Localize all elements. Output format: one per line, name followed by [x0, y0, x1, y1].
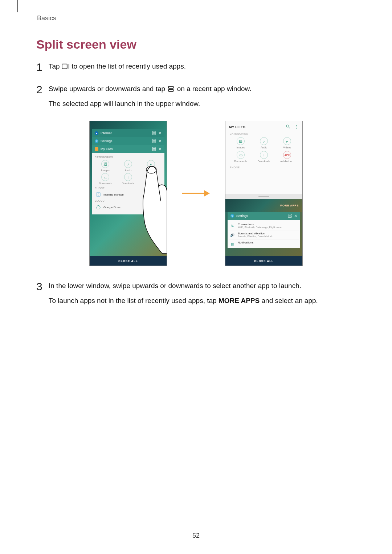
- recent-card-internet[interactable]: ● Internet ✕: [92, 129, 164, 137]
- page-number: 52: [0, 532, 392, 539]
- cat-downloads[interactable]: ↓ Downloads: [117, 173, 140, 185]
- images-icon: 🖼: [101, 160, 109, 168]
- sounds-icon: 🔊: [230, 232, 235, 237]
- step-3-line1: In the lower window, swipe upwards or do…: [49, 280, 356, 291]
- recent-title-settings: Settings: [101, 139, 150, 143]
- documents-icon: ▭: [237, 151, 245, 159]
- step-1: 1 Tap to open the list of recently used …: [36, 61, 356, 75]
- split-icon[interactable]: [288, 214, 292, 218]
- settings-connections[interactable]: ⇅ ConnectionsWi-Fi, Bluetooth, Data usag…: [229, 221, 299, 230]
- header-rule: [17, 0, 18, 12]
- svg-rect-10: [152, 149, 156, 151]
- step-3: 3 In the lower window, swipe upwards or …: [36, 280, 356, 310]
- svg-line-16: [289, 127, 290, 128]
- svg-rect-9: [152, 147, 156, 148]
- step-1-text-after: to open the list of recently used apps.: [72, 62, 186, 70]
- more-apps-button[interactable]: MORE APPS: [225, 199, 302, 212]
- step-3-line2-after: and select an app.: [260, 297, 318, 304]
- notifications-icon: ▦: [230, 241, 235, 246]
- cloud-label: CLOUD: [95, 200, 162, 202]
- close-icon[interactable]: ✕: [158, 147, 162, 152]
- cat-documents[interactable]: ▭Documents: [229, 151, 252, 163]
- phone-label: PHONE: [95, 187, 162, 189]
- svg-rect-5: [152, 131, 156, 132]
- recent-title-myfiles: My Files: [101, 147, 150, 151]
- recent-title-settings: Settings: [236, 214, 286, 218]
- recent-title-internet: Internet: [101, 131, 150, 135]
- svg-rect-17: [288, 214, 291, 215]
- step-2-number: 2: [36, 83, 46, 113]
- cat-installation[interactable]: APKInstallation ...: [275, 151, 299, 163]
- cat-images[interactable]: 🖼Images: [229, 137, 252, 149]
- audio-icon: ♪: [124, 160, 132, 168]
- downloads-icon: ↓: [124, 173, 132, 181]
- settings-body: ⇅ ConnectionsWi-Fi, Bluetooth, Data usag…: [228, 220, 300, 248]
- internal-storage-row[interactable]: ▯ Internal storage: [94, 191, 162, 198]
- close-all-button[interactable]: CLOSE ALL: [225, 256, 302, 266]
- svg-rect-8: [152, 141, 156, 143]
- step-1-text: Tap to open the list of recently used ap…: [49, 61, 356, 72]
- step-1-number: 1: [36, 61, 46, 75]
- folder-icon: [95, 147, 98, 151]
- drive-icon: [96, 205, 101, 209]
- close-all-button[interactable]: CLOSE ALL: [90, 256, 167, 266]
- svg-marker-14: [204, 190, 210, 197]
- recent-card-settings[interactable]: ⚙ Settings ✕: [92, 137, 164, 145]
- right-phone: MY FILES ⋮ CATEGORIES 🖼Images ♪Audio ▸Vi…: [225, 121, 303, 266]
- recent-card-settings[interactable]: ⚙ Settings ✕ ⇅ ConnectionsWi-Fi, Bluetoo…: [228, 212, 300, 248]
- phone-label: PHONE: [230, 166, 299, 169]
- svg-rect-6: [152, 133, 156, 135]
- myfiles-body: CATEGORIES 🖼 Images ♪ Audio ▸: [92, 153, 164, 214]
- cat-audio[interactable]: ♪ Audio: [117, 160, 140, 172]
- page-heading: Split screen view: [36, 37, 356, 52]
- settings-notifications[interactable]: ▦ Notifications: [229, 239, 299, 248]
- close-icon[interactable]: ✕: [158, 139, 162, 144]
- cat-installation[interactable]: AP Installat: [139, 173, 162, 185]
- recents-icon: [62, 63, 70, 69]
- svg-marker-11: [97, 206, 101, 209]
- split-divider-handle[interactable]: [225, 194, 302, 199]
- cat-videos[interactable]: ▸ Videos: [139, 160, 162, 172]
- step-3-line2-before: To launch apps not in the list of recent…: [49, 297, 219, 304]
- split-icon[interactable]: [152, 139, 156, 144]
- apk-icon: AP: [147, 173, 155, 181]
- connections-icon: ⇅: [230, 223, 235, 228]
- apk-icon: APK: [283, 151, 291, 159]
- categories-label: CATEGORIES: [230, 132, 299, 135]
- svg-rect-3: [169, 86, 173, 89]
- screenshots-row: ● Internet ✕ ⚙ Settings: [36, 121, 356, 266]
- storage-icon: ▯: [96, 192, 101, 197]
- cat-documents[interactable]: ▭ Documents: [94, 173, 117, 185]
- split-icon[interactable]: [152, 147, 156, 152]
- settings-sounds[interactable]: 🔊 Sounds and vibrationSounds, Vibration,…: [229, 230, 299, 239]
- more-icon[interactable]: ⋮: [294, 124, 299, 130]
- step-2-line1-before: Swipe upwards or downwards and tap: [49, 85, 167, 93]
- step-3-number: 3: [36, 280, 46, 310]
- close-icon[interactable]: ✕: [158, 131, 162, 136]
- cat-downloads[interactable]: ↓Downloads: [252, 151, 275, 163]
- split-icon[interactable]: [152, 131, 156, 136]
- videos-icon: ▸: [283, 137, 291, 145]
- step-2-line2: The selected app will launch in the uppe…: [49, 98, 356, 109]
- step-2: 2 Swipe upwards or downwards and tap on …: [36, 83, 356, 113]
- svg-rect-7: [152, 139, 156, 140]
- svg-rect-4: [169, 90, 173, 92]
- cat-audio[interactable]: ♪Audio: [252, 137, 275, 149]
- svg-rect-0: [62, 64, 67, 69]
- audio-icon: ♪: [260, 137, 268, 145]
- statusbar: [90, 121, 167, 129]
- google-drive-row[interactable]: Google Drive Not signed in: [94, 204, 162, 211]
- step-3-line2-bold: MORE APPS: [219, 297, 260, 304]
- cat-images[interactable]: 🖼 Images: [94, 160, 117, 172]
- settings-icon: ⚙: [95, 139, 98, 143]
- svg-rect-18: [288, 216, 291, 217]
- left-phone: ● Internet ✕ ⚙ Settings: [89, 121, 167, 266]
- step-2-line1-after: on a recent app window.: [177, 85, 252, 93]
- close-icon[interactable]: ✕: [294, 214, 297, 218]
- cat-videos[interactable]: ▸Videos: [275, 137, 299, 149]
- categories-label: CATEGORIES: [95, 156, 162, 159]
- step-3-line2: To launch apps not in the list of recent…: [49, 295, 356, 306]
- search-icon[interactable]: [286, 124, 290, 130]
- recent-card-myfiles[interactable]: My Files ✕ CATEGORIES 🖼 Images: [92, 145, 164, 214]
- top-pane-myfiles: MY FILES ⋮ CATEGORIES 🖼Images ♪Audio ▸Vi…: [225, 121, 302, 194]
